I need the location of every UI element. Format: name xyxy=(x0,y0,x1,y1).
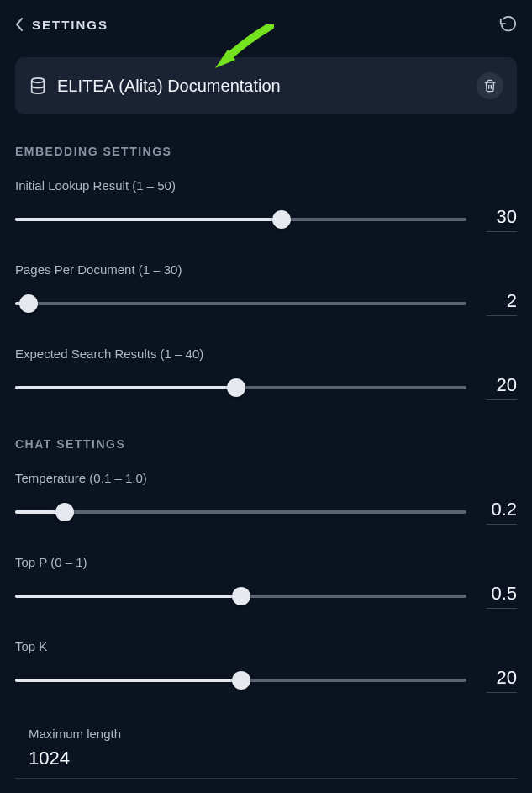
delete-button[interactable] xyxy=(477,72,503,99)
temperature-label: Temperature (0.1 – 1.0) xyxy=(15,471,517,485)
slider-thumb[interactable] xyxy=(19,294,38,313)
initial-lookup-value[interactable]: 30 xyxy=(487,206,517,232)
expected-results-slider[interactable] xyxy=(15,386,466,389)
embedding-settings-heading: EMBEDDING SETTINGS xyxy=(15,145,517,158)
initial-lookup-slider[interactable] xyxy=(15,218,466,221)
expected-results-label: Expected Search Results (1 – 40) xyxy=(15,346,517,361)
reset-button[interactable] xyxy=(498,15,517,34)
slider-thumb[interactable] xyxy=(232,671,250,690)
datasource-card[interactable]: ELITEA (Alita) Documentation xyxy=(15,57,517,114)
top-k-value[interactable]: 20 xyxy=(487,667,517,693)
back-button[interactable] xyxy=(15,17,24,32)
top-k-label: Top K xyxy=(15,639,517,653)
top-p-value[interactable]: 0.5 xyxy=(487,583,517,609)
slider-thumb[interactable] xyxy=(232,587,250,605)
max-length-field[interactable]: Maximum length 1024 xyxy=(15,723,517,779)
pages-per-doc-value[interactable]: 2 xyxy=(487,290,517,316)
slider-thumb[interactable] xyxy=(55,503,74,521)
top-p-slider[interactable] xyxy=(15,595,466,598)
pages-per-doc-slider[interactable] xyxy=(15,302,466,305)
max-length-value[interactable]: 1024 xyxy=(29,748,503,769)
top-p-label: Top P (0 – 1) xyxy=(15,555,517,569)
expected-results-value[interactable]: 20 xyxy=(487,374,517,400)
temperature-value[interactable]: 0.2 xyxy=(487,499,517,525)
top-k-slider[interactable] xyxy=(15,679,466,682)
slider-thumb[interactable] xyxy=(272,210,291,229)
chat-settings-heading: CHAT SETTINGS xyxy=(15,437,517,451)
database-icon xyxy=(29,77,47,95)
max-length-label: Maximum length xyxy=(29,727,503,741)
initial-lookup-label: Initial Lookup Result (1 – 50) xyxy=(15,178,517,193)
slider-thumb[interactable] xyxy=(227,378,245,397)
page-title: SETTINGS xyxy=(32,18,108,32)
svg-point-0 xyxy=(32,78,45,83)
temperature-slider[interactable] xyxy=(15,510,466,514)
trash-icon xyxy=(483,79,497,93)
datasource-title: ELITEA (Alita) Documentation xyxy=(57,77,466,96)
pages-per-doc-label: Pages Per Document (1 – 30) xyxy=(15,262,517,277)
